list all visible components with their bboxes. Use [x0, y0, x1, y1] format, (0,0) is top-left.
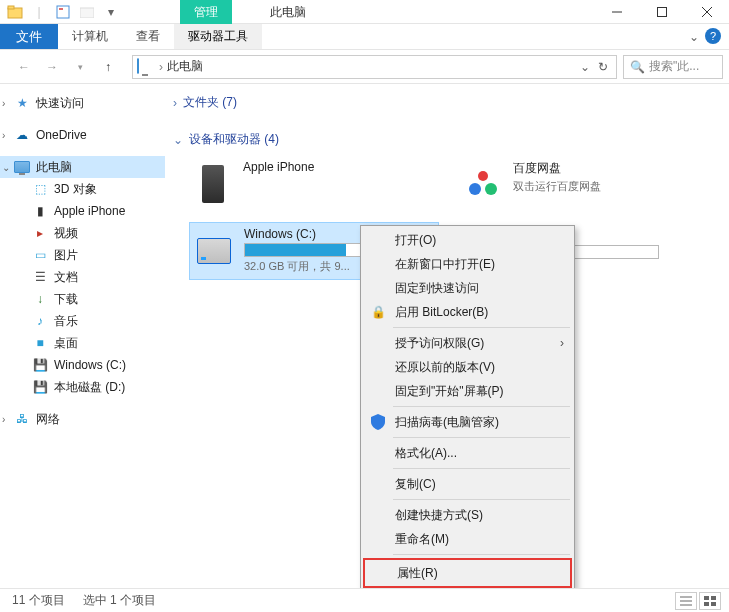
address-path: 此电脑	[167, 58, 576, 75]
submenu-arrow-icon: ›	[560, 336, 564, 350]
cm-pin-quick-access[interactable]: 固定到快速访问	[363, 276, 572, 300]
nav-iphone[interactable]: ▮Apple iPhone	[0, 200, 165, 222]
svg-rect-1	[8, 6, 14, 9]
drive-icon	[194, 227, 234, 275]
nav-music[interactable]: ♪音乐	[0, 310, 165, 332]
chevron-down-icon[interactable]: ⌄	[173, 133, 183, 147]
ribbon-tabs: 文件 计算机 查看 驱动器工具 ⌄ ?	[0, 24, 729, 50]
cm-open[interactable]: 打开(O)	[363, 228, 572, 252]
video-icon: ▸	[32, 225, 48, 241]
ribbon-context-tab[interactable]: 管理	[180, 0, 232, 24]
explorer-icon	[4, 1, 26, 23]
maximize-button[interactable]	[639, 0, 684, 24]
nav-up-button[interactable]: ↑	[96, 55, 120, 79]
address-bar[interactable]: › 此电脑 ⌄ ↻	[132, 55, 617, 79]
group-folders[interactable]: › 文件夹 (7)	[173, 94, 721, 111]
svg-rect-17	[711, 596, 716, 600]
menu-separator	[393, 327, 570, 328]
phone-icon: ▮	[32, 203, 48, 219]
file-tab[interactable]: 文件	[0, 24, 58, 49]
download-icon: ↓	[32, 291, 48, 307]
tower-icon	[193, 160, 233, 208]
qat-folder-icon[interactable]	[76, 1, 98, 23]
title-bar: | ▾ 管理 此电脑	[0, 0, 729, 24]
search-placeholder: 搜索"此...	[649, 58, 699, 75]
cm-properties[interactable]: 属性(R)	[363, 558, 572, 588]
nav-desktop[interactable]: ■桌面	[0, 332, 165, 354]
svg-point-11	[485, 183, 497, 195]
chevron-right-icon[interactable]: ›	[2, 130, 12, 141]
svg-rect-6	[657, 8, 666, 17]
nav-forward-button[interactable]: →	[40, 55, 64, 79]
svg-rect-18	[704, 602, 709, 606]
svg-point-9	[478, 171, 488, 181]
cm-scan-virus[interactable]: 扫描病毒(电脑管家)	[363, 410, 572, 434]
shield-icon	[369, 413, 387, 431]
qat-sep: |	[28, 1, 50, 23]
search-input[interactable]: 🔍 搜索"此...	[623, 55, 723, 79]
refresh-icon[interactable]: ↻	[594, 60, 612, 74]
qat-overflow[interactable]: ▾	[100, 1, 122, 23]
chevron-right-icon[interactable]: ›	[173, 96, 177, 110]
cm-bitlocker[interactable]: 🔒 启用 BitLocker(B)	[363, 300, 572, 324]
chevron-right-icon[interactable]: ›	[2, 414, 12, 425]
cm-grant-access[interactable]: 授予访问权限(G) ›	[363, 331, 572, 355]
cm-create-shortcut[interactable]: 创建快捷方式(S)	[363, 503, 572, 527]
status-bar: 11 个项目 选中 1 个项目	[0, 588, 729, 612]
chevron-down-icon[interactable]: ⌄	[2, 162, 12, 173]
nav-drive-d[interactable]: 💾本地磁盘 (D:)	[0, 376, 165, 398]
menu-separator	[393, 499, 570, 500]
group-devices[interactable]: ⌄ 设备和驱动器 (4)	[173, 131, 721, 148]
tab-drive-tools[interactable]: 驱动器工具	[174, 24, 262, 49]
desktop-icon: ■	[32, 335, 48, 351]
cm-pin-start[interactable]: 固定到"开始"屏幕(P)	[363, 379, 572, 403]
nav-documents[interactable]: ☰文档	[0, 266, 165, 288]
tab-computer[interactable]: 计算机	[58, 24, 122, 49]
svg-rect-4	[80, 8, 94, 18]
nav-drive-c[interactable]: 💾Windows (C:)	[0, 354, 165, 376]
nav-pictures[interactable]: ▭图片	[0, 244, 165, 266]
svg-rect-19	[711, 602, 716, 606]
menu-separator	[393, 554, 570, 555]
nav-network[interactable]: › 🖧 网络	[0, 408, 165, 430]
nav-this-pc[interactable]: ⌄ 此电脑	[0, 156, 165, 178]
cm-open-new-window[interactable]: 在新窗口中打开(E)	[363, 252, 572, 276]
cm-format[interactable]: 格式化(A)...	[363, 441, 572, 465]
nav-quick-access[interactable]: › ★ 快速访问	[0, 92, 165, 114]
cm-rename[interactable]: 重命名(M)	[363, 527, 572, 551]
address-dropdown-icon[interactable]: ⌄	[576, 60, 594, 74]
menu-separator	[393, 437, 570, 438]
help-icon[interactable]: ?	[705, 28, 721, 44]
menu-separator	[393, 406, 570, 407]
ribbon-collapse-icon[interactable]: ⌄	[689, 30, 699, 44]
cm-copy[interactable]: 复制(C)	[363, 472, 572, 496]
nav-onedrive[interactable]: › ☁ OneDrive	[0, 124, 165, 146]
tab-view[interactable]: 查看	[122, 24, 174, 49]
window-title: 此电脑	[270, 4, 306, 21]
nav-3d-objects[interactable]: ⬚3D 对象	[0, 178, 165, 200]
close-button[interactable]	[684, 0, 729, 24]
nav-downloads[interactable]: ↓下载	[0, 288, 165, 310]
drive-icon: 💾	[32, 357, 48, 373]
status-item-count: 11 个项目	[12, 592, 65, 609]
view-details-button[interactable]	[675, 592, 697, 610]
minimize-button[interactable]	[594, 0, 639, 24]
view-large-icons-button[interactable]	[699, 592, 721, 610]
address-bar-row: ← → ▾ ↑ › 此电脑 ⌄ ↻ 🔍 搜索"此...	[0, 50, 729, 84]
svg-point-10	[469, 183, 481, 195]
nav-videos[interactable]: ▸视频	[0, 222, 165, 244]
nav-recent-dropdown[interactable]: ▾	[68, 55, 92, 79]
picture-icon: ▭	[32, 247, 48, 263]
device-iphone[interactable]: Apple iPhone	[189, 156, 439, 212]
network-icon: 🖧	[14, 411, 30, 427]
this-pc-icon	[137, 59, 153, 75]
context-menu: 打开(O) 在新窗口中打开(E) 固定到快速访问 🔒 启用 BitLocker(…	[360, 225, 575, 591]
properties-qat-icon[interactable]	[52, 1, 74, 23]
chevron-right-icon[interactable]: ›	[2, 98, 12, 109]
device-baidu[interactable]: 百度网盘 双击运行百度网盘	[459, 156, 709, 212]
drive-icon: 💾	[32, 379, 48, 395]
cube-icon: ⬚	[32, 181, 48, 197]
cm-restore-versions[interactable]: 还原以前的版本(V)	[363, 355, 572, 379]
status-selected-count: 选中 1 个项目	[83, 592, 156, 609]
nav-back-button[interactable]: ←	[12, 55, 36, 79]
